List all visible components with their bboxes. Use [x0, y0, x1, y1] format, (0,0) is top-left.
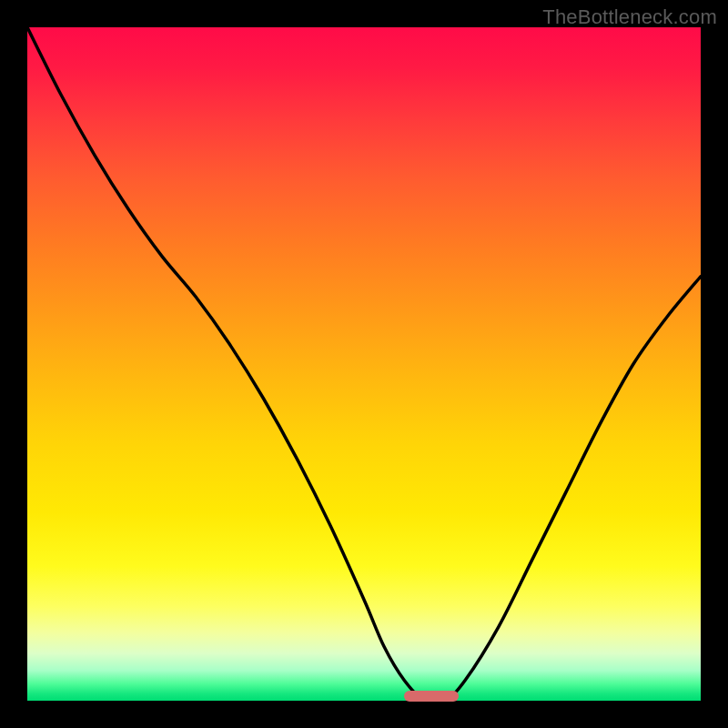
chart-frame: TheBottleneck.com	[0, 0, 728, 728]
optimal-range-marker	[404, 691, 458, 702]
bottleneck-curve	[27, 27, 701, 701]
plot-area	[27, 27, 701, 701]
watermark-text: TheBottleneck.com	[542, 5, 717, 29]
